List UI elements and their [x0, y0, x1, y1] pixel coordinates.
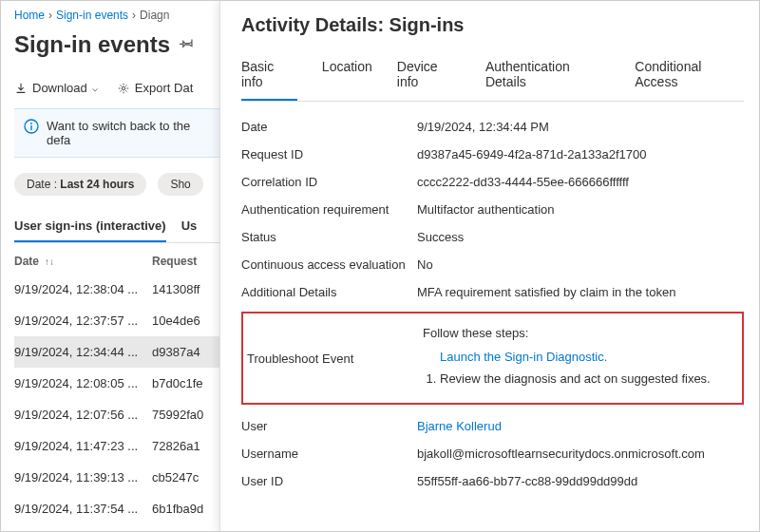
table-row[interactable]: 9/19/2024, 11:37:54 ...6b1fba9d [14, 493, 219, 524]
field-value-date: 9/19/2024, 12:34:44 PM [417, 120, 744, 134]
breadcrumb-signin[interactable]: Sign-in events [56, 9, 128, 22]
field-label-date: Date [241, 120, 417, 134]
field-label-username: Username [241, 446, 417, 461]
table-header: Date ↑↓ Request [14, 255, 219, 274]
info-banner: Want to switch back to the defa [14, 108, 219, 158]
field-value-user-id: 55ff55ff-aa66-bb77-cc88-99dd99dd99dd [417, 474, 744, 488]
troubleshoot-step: Review the diagnosis and act on suggeste… [440, 371, 738, 386]
field-label-user: User [241, 419, 417, 433]
tab-conditional-access[interactable]: Conditional Access [635, 59, 744, 101]
pin-icon[interactable] [180, 35, 195, 54]
chevron-right-icon: › [48, 9, 52, 22]
tab-device-info[interactable]: Device info [397, 59, 461, 101]
field-value-auth-req: Multifactor authentication [417, 202, 744, 217]
field-label-request-id: Request ID [241, 147, 417, 162]
details-panel: Activity Details: Sign-ins Basic info Lo… [219, 1, 760, 532]
breadcrumb: Home › Sign-in events › Diagn [14, 9, 219, 22]
download-label: Download [32, 81, 87, 95]
filter-show[interactable]: Sho [158, 173, 202, 196]
breadcrumb-home[interactable]: Home [14, 9, 45, 22]
field-value-cae: No [417, 257, 744, 272]
chevron-right-icon: › [132, 9, 136, 22]
table-row[interactable]: 9/19/2024, 12:34:44 ...d9387a4 [14, 336, 219, 368]
table-row[interactable]: 9/19/2024, 11:47:23 ...72826a1 [14, 430, 219, 462]
tab-other[interactable]: Us [181, 211, 198, 242]
col-date-header[interactable]: Date [14, 255, 39, 268]
breadcrumb-current: Diagn [140, 9, 169, 22]
field-value-request-id: d9387a45-6949-4f2a-871d-2a133a2f1700 [417, 147, 744, 162]
export-button[interactable]: Export Dat [117, 81, 193, 95]
troubleshoot-intro: Follow these steps: [423, 326, 738, 340]
sort-icon[interactable]: ↑↓ [45, 256, 54, 267]
field-label-cae: Continuous access evaluation [241, 257, 417, 272]
table-row[interactable]: 9/19/2024, 12:07:56 ...75992fa0 [14, 399, 219, 430]
detail-tabs: Basic info Location Device info Authenti… [241, 59, 744, 102]
table-row[interactable]: 9/19/2024, 12:38:04 ...141308ff [14, 274, 219, 305]
field-value-correlation-id: cccc2222-dd33-4444-55ee-666666ffffff [417, 175, 744, 189]
field-value-username: bjakoll@microsoftlearnsecuritydocs.onmic… [417, 446, 744, 461]
tab-auth-details[interactable]: Authentication Details [485, 59, 610, 101]
svg-point-0 [122, 86, 125, 90]
table-row[interactable]: 9/19/2024, 12:37:57 ...10e4de6 [14, 305, 219, 336]
info-text: Want to switch back to the defa [47, 119, 210, 147]
svg-rect-3 [30, 125, 31, 130]
field-value-additional: MFA requirement satisfied by claim in th… [417, 285, 744, 299]
filter-date[interactable]: Date : Last 24 hours [14, 173, 146, 196]
field-label-status: Status [241, 230, 417, 244]
svg-point-2 [30, 123, 32, 124]
field-label-auth-req: Authentication requirement [241, 202, 417, 217]
info-icon [24, 119, 39, 134]
tab-location[interactable]: Location [322, 59, 372, 101]
field-label-user-id: User ID [241, 474, 417, 488]
table-row[interactable]: 9/19/2024, 11:39:13 ...cb5247c [14, 462, 219, 493]
table-row[interactable]: 9/19/2024, 12:08:05 ...b7d0c1fe [14, 368, 219, 399]
launch-diagnostic-link[interactable]: Launch the Sign-in Diagnostic. [440, 350, 607, 364]
tab-user-signins-interactive[interactable]: User sign-ins (interactive) [14, 211, 166, 242]
export-label: Export Dat [135, 81, 193, 95]
field-label-correlation-id: Correlation ID [241, 175, 417, 189]
field-label-troubleshoot: Troubleshoot Event [247, 352, 423, 366]
col-request-header[interactable]: Request [152, 255, 219, 268]
panel-title: Activity Details: Sign-ins [241, 14, 744, 36]
tab-basic-info[interactable]: Basic info [241, 59, 297, 101]
troubleshoot-highlight: Troubleshoot Event Follow these steps: L… [241, 312, 744, 405]
chevron-down-icon: ⌵ [92, 83, 98, 93]
download-icon [14, 82, 28, 95]
field-value-status: Success [417, 230, 744, 244]
table-body: 9/19/2024, 12:38:04 ...141308ff 9/19/202… [14, 274, 219, 524]
field-label-additional: Additional Details [241, 285, 417, 299]
user-link[interactable]: Bjarne Kollerud [417, 419, 502, 433]
settings-icon [117, 82, 130, 95]
page-title: Sign-in events [14, 31, 170, 58]
download-button[interactable]: Download ⌵ [14, 81, 98, 95]
